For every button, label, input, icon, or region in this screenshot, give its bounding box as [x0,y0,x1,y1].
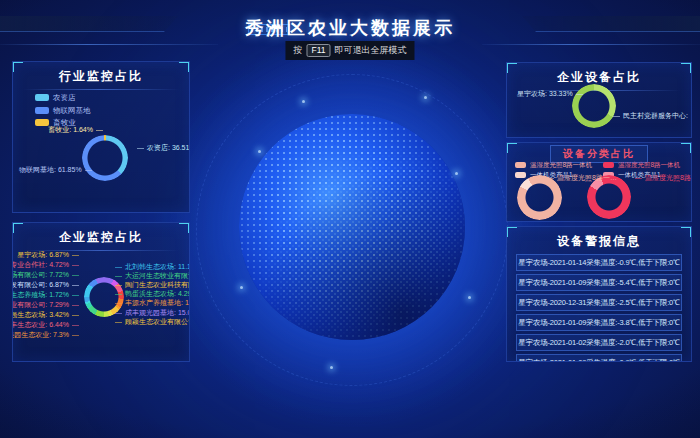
alarm-row: 星宇农场-2020-12-31采集温度:-2.5℃,低于下限:0℃ [516,294,682,311]
alarm-row: 星宇农场-2021-01-14采集温度:-0.9℃,低于下限:0℃ [516,254,682,271]
sparkle [455,172,458,175]
divider [23,89,179,90]
panel-device-alarms: 设备警报信息 星宇农场-2021-01-14采集温度:-0.9℃,低于下限:0℃… [506,226,692,362]
chart-callout-label: 李强生态农场: 3.42% [12,311,79,319]
device-class-donut-right [587,175,631,219]
f11-keycap: F11 [306,44,330,57]
chart-callout-label: 陶门生态农业科技有限公 [115,281,190,289]
header: 秀洲区农业大数据展示 按 F11 即可退出全屏模式 [0,0,700,58]
legend-label: 畜牧业 [53,119,76,127]
legend-item: 温湿度光照8路一体机 [603,162,680,169]
chart-callout-label: 农资店: 36.51% [137,144,190,152]
legend-label: 一体机类产品1 [618,172,661,179]
panel-title: 企业监控占比 [13,229,189,246]
legend-swatch [35,107,49,114]
divider [23,250,179,251]
chart-callout-label: 物联网基地: 61.85% [19,166,92,174]
legend-swatch [35,119,49,126]
globe [239,114,465,340]
sparkle [424,96,427,99]
alarm-row: 星宇农场-2021-01-09采集温度:-0.9℃,低于下限:0℃ [516,354,682,362]
panel-title: 设备警报信息 [507,233,691,250]
sparkle [468,296,471,299]
legend-swatch [515,162,526,168]
panel-device-classification: 设备分类占比 温湿度光照8路一体机 一体机类产品1 温湿度光照8路一体机 [506,142,692,222]
alarm-row: 星宇农场-2021-01-09采集温度:-5.4℃,低于下限:0℃ [516,274,682,291]
sparkle [302,100,305,103]
legend-label: 物联网基地 [53,107,91,115]
sparkle [330,366,333,369]
alarm-list: 星宇农场-2021-01-14采集温度:-0.9℃,低于下限:0℃ 星宇农场-2… [507,254,691,362]
legend-swatch [603,162,614,168]
legend-item: 一体机类产品1 [515,172,592,179]
chart-callout-label: 丰源水产养殖基地: 1. [115,299,190,307]
chart-callout-label: 民主村党群服务中心: [613,112,688,120]
globe-shadow [239,114,465,340]
chart-callout-label: 润开发有限公司: 6.87% [12,281,79,289]
chart-callout-label: 星宇农场: 6.87% [17,251,79,259]
chart-callout-label: 大运河生态牧业有限责任公 [115,272,190,280]
header-line-right [482,44,700,45]
chart-callout-label: 北刘韩生态农场: 11.16% [115,263,190,271]
equipment-donut-chart [572,84,616,128]
legend-label: 农资店 [53,94,76,102]
chart-callout-label: 中科农业有限公司: 7.29% [12,301,79,309]
legend-item: 温湿度光照8路一体机 [515,162,592,169]
chart-callout-label: 乡村服务专业合作社: 4.72% [12,261,79,269]
panel-enterprise-monitoring: 企业监控占比 星宇农场: 6.87% 乡村服务专业合作社: 4.72% 家庭农场… [12,222,190,362]
industry-donut-chart [82,135,128,181]
industry-legend: 农资店 物联网基地 畜牧业 [35,94,91,132]
alarm-row: 星宇农场-2021-01-02采集温度:-2.0℃,低于下限:0℃ [516,334,682,351]
chart-callout-label: 鸭蛋浜生态农场: 4.29 [115,290,190,298]
enterprise-donut-chart [84,277,124,317]
alarm-row: 星宇农场-2021-01-09采集温度:-3.8℃,低于下限:0℃ [516,314,682,331]
legend-swatch [35,94,49,101]
chart-callout-label: 仁丰生态农业: 6.44% [12,321,79,329]
chart-callout-label: 家庭农场有限公司: 7.72% [12,271,79,279]
chart-callout-label: 成丰观光园基地: 15.02% [115,309,190,317]
panel-enterprise-equipment: 企业设备占比 星宇农场: 33.33% 民主村党群服务中心: [506,62,692,138]
tooltip-suffix: 即可退出全屏模式 [335,44,407,57]
legend-label: 温湿度光照8路一体机 [618,162,680,169]
sparkle [240,286,243,289]
panel-title: 行业监控占比 [13,68,189,85]
chart-callout-label: 上华生态养殖场: 1.72% [12,291,79,299]
legend-item: 畜牧业 [35,119,91,127]
chart-callout-label: 顾颖生态农业有限公司: 6.87% [115,318,190,326]
page-title: 秀洲区农业大数据展示 [0,16,700,40]
panel-industry-monitoring: 行业监控占比 农资店 物联网基地 畜牧业 [12,61,190,213]
legend-label: 温湿度光照8路一体机 [530,162,592,169]
device-class-donut-left [517,175,562,220]
legend-item: 农资店 [35,94,91,102]
dashboard-stage: 秀洲区农业大数据展示 按 F11 即可退出全屏模式 行业监控占比 农资店 物联网… [0,0,700,438]
legend-swatch [515,172,526,178]
header-line-left [0,44,218,45]
sparkle [258,150,261,153]
panel-title: 企业设备占比 [507,69,691,86]
chart-callout-label: 红美园生态农业: 7.3% [12,331,79,339]
legend-item: 物联网基地 [35,107,91,115]
tooltip-prefix: 按 [293,44,302,57]
fullscreen-exit-tooltip: 按 F11 即可退出全屏模式 [285,41,414,60]
